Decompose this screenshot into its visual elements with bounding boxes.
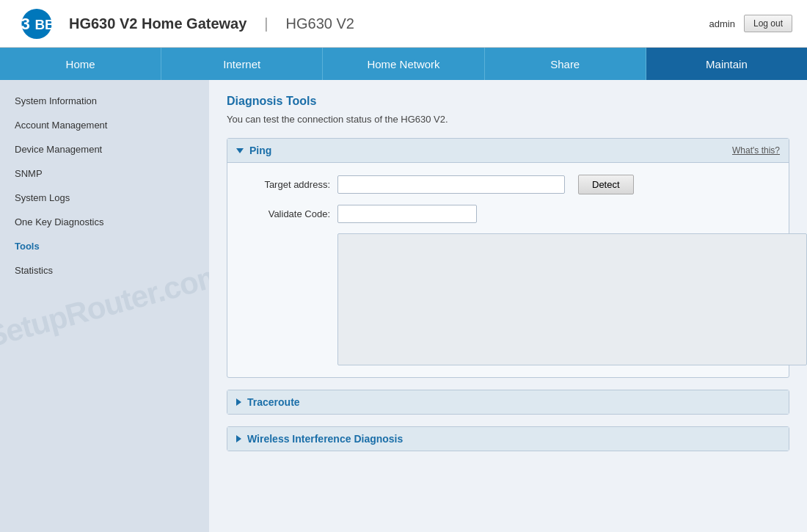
wireless-toggle-icon [236, 435, 241, 442]
ping-section: Ping What's this? Target address: Detect… [227, 138, 789, 378]
header-model: HG630 V2 [286, 15, 354, 32]
sidebar-item-system-logs[interactable]: System Logs [0, 186, 209, 210]
detect-button[interactable]: Detect [578, 175, 634, 194]
logo-area: 3 BB HG630 V2 Home Gateway | HG630 V2 [15, 7, 354, 40]
logo: 3 BB [15, 7, 59, 40]
admin-label: admin [709, 18, 735, 29]
traceroute-section-header[interactable]: Traceroute [227, 390, 789, 414]
main-nav: HomeInternetHome NetworkShareMaintain [0, 48, 807, 80]
sidebar-item-snmp[interactable]: SNMP [0, 161, 209, 186]
nav-item-maintain[interactable]: Maintain [646, 48, 807, 80]
nav-item-home-network[interactable]: Home Network [323, 48, 484, 80]
svg-text:3: 3 [21, 15, 30, 33]
nav-item-share[interactable]: Share [485, 48, 646, 80]
nav-item-internet[interactable]: Internet [161, 48, 323, 80]
wireless-section-header[interactable]: Wireless Interference Diagnosis [227, 427, 789, 451]
sidebar-item-device-management[interactable]: Device Management [0, 137, 209, 161]
logout-button[interactable]: Log out [744, 15, 792, 32]
nav-item-home[interactable]: Home [0, 48, 161, 80]
ping-section-body: Target address: Detect Validate Code: [227, 163, 789, 377]
header: 3 BB HG630 V2 Home Gateway | HG630 V2 ad… [0, 0, 807, 48]
validate-code-input[interactable] [337, 205, 477, 223]
content-area: Diagnosis Tools You can test the connect… [209, 80, 807, 532]
target-address-input[interactable] [337, 175, 565, 194]
whats-this-link[interactable]: What's this? [732, 145, 780, 156]
ping-section-title: Ping [249, 145, 271, 156]
header-title: HG630 V2 Home Gateway [69, 15, 247, 32]
sidebar-item-one-key-diagnostics[interactable]: One Key Diagnostics [0, 210, 209, 234]
sidebar-item-system-information[interactable]: System Information [0, 89, 209, 113]
wireless-section-title: Wireless Interference Diagnosis [247, 433, 403, 445]
ping-result-area [337, 233, 807, 365]
ping-toggle-icon [236, 148, 244, 153]
main-layout: SetupRouter.com System InformationAccoun… [0, 80, 807, 532]
header-right: admin Log out [709, 15, 792, 32]
target-address-label: Target address: [242, 179, 330, 190]
wireless-section: Wireless Interference Diagnosis [227, 426, 789, 451]
sidebar: SetupRouter.com System InformationAccoun… [0, 80, 209, 532]
sidebar-item-tools[interactable]: Tools [0, 234, 209, 258]
sidebar-item-statistics[interactable]: Statistics [0, 258, 209, 283]
page-title: Diagnosis Tools [227, 95, 789, 108]
sidebar-items: System InformationAccount ManagementDevi… [0, 89, 209, 283]
header-divider: | [264, 15, 268, 32]
ping-section-header[interactable]: Ping What's this? [227, 139, 789, 163]
validate-code-label: Validate Code: [242, 208, 330, 219]
sidebar-item-account-management[interactable]: Account Management [0, 113, 209, 137]
validate-code-row: Validate Code: [242, 205, 774, 223]
traceroute-toggle-icon [236, 398, 241, 406]
traceroute-section-title: Traceroute [247, 396, 300, 408]
page-description: You can test the connection status of th… [227, 114, 789, 125]
target-address-row: Target address: Detect [242, 175, 774, 194]
traceroute-section: Traceroute [227, 390, 789, 415]
svg-text:BB: BB [34, 17, 54, 32]
